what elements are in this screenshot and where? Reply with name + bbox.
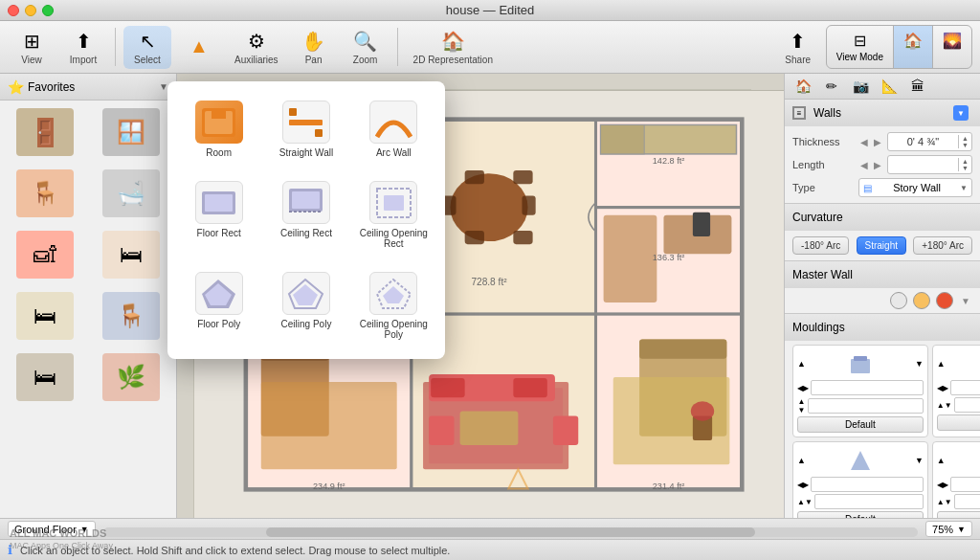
thickness-stepper-up[interactable]: ▲	[959, 135, 971, 142]
walls-toolbar-group[interactable]: ▲	[175, 32, 223, 63]
master-wall-color-2[interactable]	[913, 292, 930, 309]
camera-icon[interactable]: 📷	[848, 74, 873, 99]
moulding-3-v-input[interactable]	[814, 494, 924, 509]
thickness-stepper[interactable]: ▲ ▼	[958, 135, 971, 148]
moulding-3-default-btn[interactable]: Default	[797, 511, 924, 518]
length-stepper-down[interactable]: ▼	[959, 165, 971, 171]
minimize-button[interactable]	[25, 5, 36, 16]
popup-item-ceiling-opening-rect[interactable]: Ceiling Opening Rect	[354, 173, 434, 257]
moulding-3-inputs: ◀▶ ▲▼	[797, 477, 924, 509]
moulding-1-h-input[interactable]	[811, 380, 924, 395]
moulding-4-up-icon[interactable]: ▲	[937, 456, 946, 465]
walls-section-color-btn[interactable]: ▼	[953, 105, 969, 121]
import-toolbar-group[interactable]: ⬆ Import	[59, 26, 107, 69]
popup-item-floor-rect[interactable]: Floor Rect	[179, 173, 258, 257]
svg-rect-19	[465, 231, 484, 244]
length-left-arrow[interactable]: ◀	[858, 158, 870, 172]
thickness-right-arrow[interactable]: ▶	[872, 135, 883, 149]
list-item[interactable]: 🛏	[90, 227, 172, 284]
view-mode-perspective-btn[interactable]: 🌄	[933, 26, 971, 68]
master-wall-color-3[interactable]	[936, 292, 953, 309]
list-item[interactable]: 🪑	[90, 288, 172, 346]
popup-item-room[interactable]: Room	[179, 93, 258, 166]
svg-rect-39	[639, 339, 726, 358]
moulding-down-icon[interactable]: ▼	[915, 359, 924, 369]
moulding-3-down-icon[interactable]: ▼	[915, 456, 924, 465]
popup-item-ceiling-poly[interactable]: Ceiling Poly	[266, 264, 345, 347]
moulding-2-default-btn[interactable]: Default	[937, 414, 980, 431]
curvature-straight-btn[interactable]: Straight	[857, 236, 906, 255]
svg-rect-53	[854, 356, 867, 361]
list-item[interactable]: 🛁	[90, 166, 172, 223]
moulding-up-icon[interactable]: ▲	[797, 359, 806, 369]
list-item[interactable]: 🛏	[4, 349, 86, 407]
moulding-1-v-input[interactable]	[808, 398, 924, 414]
view-mode-2d[interactable]: ⊟ View Mode	[827, 26, 894, 68]
view-toolbar-group[interactable]: ⊞ View	[8, 26, 56, 69]
sidebar-item-image: 🛁	[102, 169, 160, 217]
popup-item-arc-wall[interactable]: Arc Wall	[354, 93, 434, 166]
zoom-selector[interactable]: 75% ▼	[925, 521, 972, 537]
length-right-arrow[interactable]: ▶	[872, 158, 883, 172]
main-layout: ⭐ Favorites ▼ 🚪 🪟 🪑 🛁	[0, 74, 980, 518]
auxiliaries-toolbar-group[interactable]: ⚙ Auxiliaries	[227, 26, 286, 69]
length-input-group[interactable]: ▲ ▼	[887, 155, 972, 174]
walls-right-icon[interactable]: 🏠	[791, 74, 815, 99]
svg-text:142.8 ft²: 142.8 ft²	[653, 156, 684, 166]
select-toolbar-group[interactable]: ↖ Select	[123, 26, 171, 69]
horizontal-scrollbar[interactable]	[103, 527, 918, 537]
sidebar-header[interactable]: ⭐ Favorites ▼	[0, 74, 176, 101]
master-wall-color-1[interactable]	[890, 292, 907, 309]
length-stepper-up[interactable]: ▲	[959, 158, 971, 165]
length-stepper[interactable]: ▲ ▼	[958, 158, 971, 171]
pan-toolbar-group[interactable]: ✋ Pan	[290, 26, 338, 69]
pencil-icon[interactable]: ✏	[819, 74, 844, 99]
close-button[interactable]	[8, 5, 19, 16]
popup-item-floor-poly[interactable]: Floor Poly	[179, 264, 258, 347]
list-item[interactable]: 🪟	[90, 104, 172, 162]
popup-menu: Room Straight Wall Arc Wall Floor R	[167, 81, 445, 359]
sidebar-item-image: 🛏	[16, 353, 74, 401]
moulding-2-h-input[interactable]	[950, 380, 980, 395]
moulding-2-up-icon[interactable]: ▲	[937, 359, 946, 369]
building-icon[interactable]: 🏛	[905, 74, 930, 99]
master-wall-chevron-icon[interactable]: ▼	[959, 294, 972, 308]
moulding-1-default-btn[interactable]: Default	[797, 416, 924, 433]
share-icon: ⬆	[790, 30, 806, 53]
thickness-left-arrow[interactable]: ◀	[858, 135, 870, 149]
share-toolbar-group[interactable]: ⬆ Share	[774, 26, 822, 69]
thickness-row: Thickness ◀ ▶ 0' 4 ¾" ▲ ▼	[792, 130, 972, 153]
walls-section-header[interactable]: ≡ Walls ▼	[785, 100, 980, 126]
list-item[interactable]: 🌿	[90, 349, 172, 407]
type-select[interactable]: ▤ Story Wall ▼	[858, 178, 972, 197]
moulding-1-svg	[846, 349, 875, 378]
maximize-button[interactable]	[42, 5, 54, 16]
dimensions-icon[interactable]: 📐	[877, 74, 902, 99]
zoom-toolbar-group[interactable]: 🔍 Zoom	[342, 26, 390, 69]
moulding-3-up-icon[interactable]: ▲	[797, 456, 806, 465]
moulding-2-v-arrows: ▲▼	[937, 401, 952, 410]
list-item[interactable]: 🛏	[4, 288, 86, 346]
sidebar-header-icon: ⭐	[8, 79, 24, 95]
mouldings-grid: ▲ ▼ ◀▶	[785, 341, 980, 518]
moulding-2-v-input[interactable]	[954, 397, 980, 413]
moulding-4-default-btn[interactable]: Default	[937, 511, 980, 518]
popup-item-ceiling-opening-poly[interactable]: Ceiling Opening Poly	[354, 264, 434, 347]
thickness-stepper-down[interactable]: ▼	[959, 142, 971, 148]
moulding-4-h-input[interactable]	[950, 477, 980, 492]
list-item[interactable]: 🛋	[4, 227, 86, 284]
scrollbar-thumb[interactable]	[266, 527, 755, 537]
list-item[interactable]: 🪑	[4, 166, 86, 223]
popup-item-ceiling-rect[interactable]: Ceiling Rect	[266, 173, 345, 257]
representation-toolbar-group[interactable]: 🏠 2D Representation	[406, 26, 501, 69]
curvature-plus-btn[interactable]: +180° Arc	[913, 236, 972, 255]
curvature-minus-btn[interactable]: -180° Arc	[792, 236, 849, 255]
moulding-4-v-input[interactable]	[954, 494, 980, 509]
type-select-icon: ▤	[863, 183, 872, 193]
popup-item-straight-wall[interactable]: Straight Wall	[266, 93, 345, 166]
thickness-input-group[interactable]: 0' 4 ¾" ▲ ▼	[887, 132, 972, 151]
ceiling-rect-icon	[282, 181, 330, 224]
list-item[interactable]: 🚪	[4, 104, 86, 162]
view-mode-3d-btn[interactable]: 🏠	[894, 26, 933, 68]
moulding-3-h-input[interactable]	[811, 477, 924, 492]
